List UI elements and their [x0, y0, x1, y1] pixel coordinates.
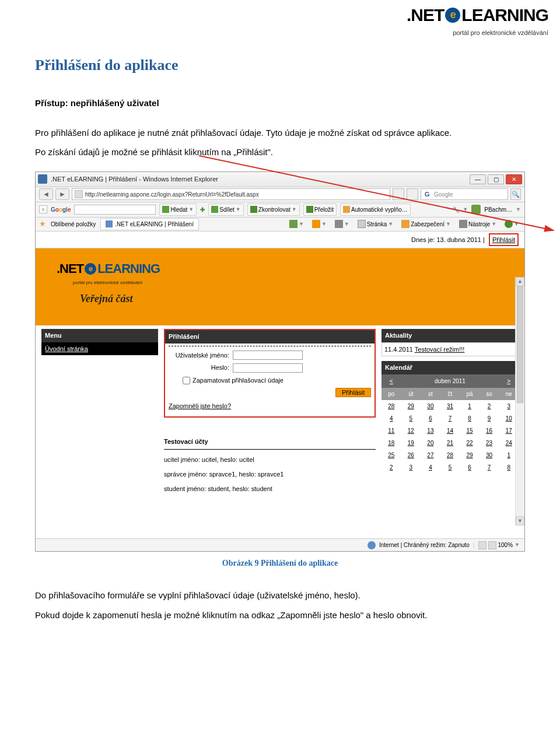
hledat-button[interactable]: Hledat ▼ [159, 204, 197, 216]
cal-next[interactable]: > [507, 378, 510, 384]
test-account-row: ucitel jméno: ucitel, heslo: ucitel [164, 454, 376, 465]
autofill-icon [343, 206, 350, 213]
plus-icon[interactable]: ✚ [200, 205, 205, 215]
logo-net: .NET [407, 0, 444, 30]
logo-e-icon: e [445, 8, 460, 23]
cal-row: 11121314151617 [382, 425, 519, 437]
lock-icon [401, 220, 410, 228]
browser-tab[interactable]: .NET eLEARNING | Přihlášení [100, 218, 199, 230]
cal-day-headers: poútstčtpásone [382, 388, 519, 400]
home-icon [289, 220, 298, 228]
zkontrolovat-button[interactable]: Zkontrolovat ▼ [247, 204, 300, 216]
zoom-icon[interactable] [488, 541, 496, 549]
help-button[interactable]: ▼ [503, 219, 521, 229]
rss-icon [312, 220, 320, 228]
doc-header-logo: .NET e LEARNING portál pro elektronické … [407, 0, 548, 38]
header-banner: .NETeLEARNING portál pro elektronické vz… [36, 248, 524, 325]
page-icon [358, 220, 366, 228]
search-icon [162, 206, 169, 213]
stop-button[interactable] [407, 188, 418, 200]
tools-menu[interactable]: Nástroje▼ [457, 219, 498, 230]
remember-checkbox[interactable] [183, 377, 190, 384]
login-header: Přihlášení [165, 330, 374, 344]
status-mode: Internet | Chráněný režim: Zapnuto [379, 540, 470, 550]
figure-caption: Obrázek 9 Přihlášení do aplikace [35, 556, 525, 570]
share-icon [211, 206, 218, 213]
ie-favicon-icon [38, 174, 47, 184]
home-button[interactable]: ▼ [288, 219, 306, 229]
site-logo-sub: portál pro elektronické vzdělávání [73, 279, 503, 287]
user-avatar-icon[interactable] [471, 205, 481, 214]
login-button[interactable]: Přihlásit [335, 388, 371, 397]
news-link[interactable]: Testovací režim!!! [415, 346, 465, 353]
print-button[interactable]: ▼ [333, 219, 351, 229]
zoom-out-icon[interactable] [478, 541, 487, 549]
close-button[interactable]: ✕ [506, 174, 522, 184]
cal-prev[interactable]: < [390, 378, 393, 384]
autofill-button[interactable]: Automatické vyplňo… [340, 204, 411, 216]
feeds-button[interactable]: ▼ [310, 219, 328, 229]
url-text: http://netlearning.aspone.cz/login.aspx?… [85, 190, 259, 199]
favorites-star-icon[interactable]: ★ [39, 218, 46, 230]
test-accounts: Testovací účty ucitel jméno: ucitel, hes… [164, 435, 376, 495]
scrollbar[interactable]: ▲ ▼ [515, 277, 524, 526]
refresh-button[interactable] [393, 188, 404, 200]
test-account-row: správce jméno: spravce1, heslo: spravce1 [164, 469, 376, 480]
section-title: Veřejná část [80, 290, 503, 308]
login-link[interactable]: Přihlásit [489, 233, 519, 247]
logo-learning: LEARNING [461, 0, 548, 30]
prelozit-button[interactable]: Přeložit [303, 204, 337, 216]
cal-row: 2526272829301 [382, 449, 519, 461]
site-logo: .NETeLEARNING [57, 258, 503, 279]
url-field[interactable]: http://netlearning.aspone.cz/login.aspx?… [72, 188, 390, 200]
translate-icon [306, 206, 313, 213]
user-name[interactable]: PBachm… [484, 205, 512, 215]
screenshot: .NET eLEARNING | Přihlášení - Windows In… [35, 171, 525, 552]
calendar-header: Kalendář [382, 361, 519, 374]
search-go-button[interactable]: 🔍 [510, 188, 521, 200]
browser-search-input[interactable]: G Google [421, 188, 508, 200]
print-icon [335, 220, 343, 228]
zoom-level: 100% [498, 540, 513, 550]
cal-row: 28293031123 [382, 400, 519, 412]
test-account-row: student jméno: student, heslo: student [164, 483, 376, 495]
forward-button[interactable]: ► [55, 188, 69, 200]
sdilet-button[interactable]: Sdílet ▼ [208, 204, 244, 216]
test-accounts-header: Testovací účty [164, 435, 376, 448]
scroll-thumb[interactable] [517, 286, 523, 403]
cal-month: duben 2011 [401, 374, 499, 388]
password-label: Heslo: [169, 362, 233, 373]
favorites-label[interactable]: Oblíbené položky [51, 219, 96, 229]
search-placeholder: Google [434, 190, 453, 199]
cal-row: 2345678 [382, 461, 519, 474]
google-search-input[interactable] [74, 205, 156, 215]
internet-zone-icon [368, 541, 376, 549]
toolbar-close-icon[interactable]: × [39, 205, 47, 213]
login-form: Přihlášení Uživatelské jméno: Heslo: Zap… [164, 329, 376, 418]
access-line: Přístup: nepřihlášený uživatel [35, 96, 525, 111]
password-input[interactable] [233, 363, 303, 373]
maximize-button[interactable]: ▢ [488, 174, 504, 184]
minimize-button[interactable]: — [470, 174, 486, 184]
page-icon [75, 190, 83, 198]
menu-item-home[interactable]: Úvodní stránka [41, 342, 158, 356]
scroll-down-button[interactable]: ▼ [516, 516, 524, 525]
para-1: Pro přihlášení do aplikace je nutné znát… [35, 125, 525, 141]
google-icon: G [424, 190, 432, 198]
scroll-up-button[interactable]: ▲ [516, 277, 524, 286]
help-icon [505, 220, 513, 228]
window-title: .NET eLEARNING | Přihlášení - Windows In… [51, 174, 470, 185]
back-button[interactable]: ◄ [39, 188, 53, 200]
safety-menu[interactable]: Zabezpečení▼ [400, 219, 453, 230]
tab-favicon-icon [106, 220, 113, 227]
gear-icon [459, 220, 467, 228]
para-2: Po získání údajů je možné se přihlásit k… [35, 145, 525, 160]
date-label: Dnes je: 13. dubna 2011 [411, 234, 481, 246]
google-toolbar: × Google Hledat ▼ ✚ Sdílet ▼ Zkontrolova… [36, 202, 524, 218]
address-bar: ◄ ► http://netlearning.aspone.cz/login.a… [36, 187, 524, 202]
wrench-icon[interactable]: 🔧 [452, 205, 459, 215]
username-input[interactable] [233, 351, 303, 360]
page-menu[interactable]: Stránka▼ [356, 219, 395, 230]
forgot-password-link[interactable]: Zapomněli jste heslo? [169, 402, 231, 409]
check-icon [250, 206, 257, 213]
